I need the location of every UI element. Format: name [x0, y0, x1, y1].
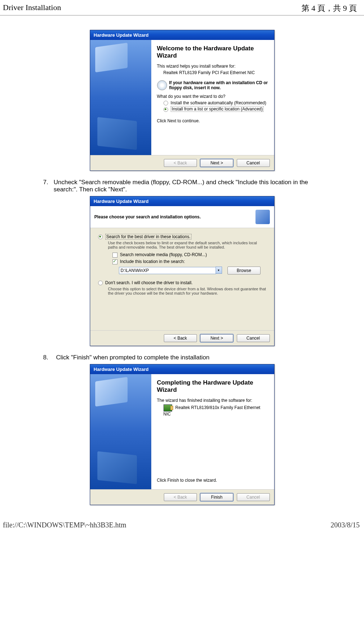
cancel-button[interactable]: Cancel: [237, 159, 270, 167]
checkbox-icon: [112, 253, 118, 258]
intro-text: The wizard has finished installing the s…: [157, 398, 268, 403]
wizard-dialog-complete: Hardware Update Wizard Completing the Ha…: [90, 364, 275, 505]
header-right: 第 4 頁，共 9 頁: [301, 3, 357, 14]
cd-instruction: If your hardware came with an installati…: [169, 80, 268, 90]
radio-label: Search for the best driver in these loca…: [105, 234, 192, 240]
footer-right: 2003/8/15: [331, 521, 360, 529]
continue-text: Click Next to continue.: [157, 118, 268, 123]
titlebar: Hardware Update Wizard: [90, 364, 274, 374]
radio-label: Install the software automatically (Reco…: [171, 100, 266, 105]
step-8: 8. Click "Finish" when prompted to compl…: [43, 354, 321, 361]
step-number: 8.: [43, 354, 56, 361]
dont-search-subtext: Choose this option to select the device …: [108, 287, 266, 295]
footer-left: file://C:\WINDOWS\TEMP\~hh3B3E.htm: [3, 521, 126, 529]
dropdown-arrow-icon[interactable]: ▾: [216, 267, 222, 274]
page-header: Driver Installation 第 4 頁，共 9 頁: [0, 0, 364, 15]
wizard-header-icon: [255, 210, 270, 224]
step-number: 7.: [43, 179, 54, 193]
next-button[interactable]: Next >: [200, 159, 233, 167]
step-7: 7. Uncheck "Search removable media (flop…: [43, 179, 321, 193]
titlebar: Hardware Update Wizard: [90, 30, 274, 40]
header-left: Driver Installation: [3, 3, 61, 14]
radio-search-locations[interactable]: Search for the best driver in these loca…: [98, 234, 266, 239]
radio-label: Don't search. I will choose the driver t…: [105, 280, 193, 285]
wizard-dialog-welcome: Hardware Update Wizard Welcome to the Ha…: [90, 30, 275, 171]
radio-icon: [98, 281, 103, 285]
wizard-sidebar-image: [90, 40, 151, 155]
continue-text: Click Finish to close the wizard.: [157, 478, 268, 483]
wizard-question: What do you want the wizard to do?: [157, 94, 268, 99]
finish-button[interactable]: Finish: [200, 493, 233, 501]
path-input[interactable]: D:\LAN\WinXP: [119, 267, 216, 274]
wizard-sidebar-image: [90, 374, 151, 489]
back-button[interactable]: < Back: [164, 334, 197, 342]
search-subtext: Use the check boxes below to limit or ex…: [108, 241, 266, 249]
network-device-icon: [163, 404, 172, 412]
radio-label: Install from a list or specific location…: [171, 106, 264, 112]
wizard-heading: Welcome to the Hardware Update Wizard: [157, 45, 268, 59]
back-button: < Back: [164, 159, 197, 167]
intro-text: This wizard helps you install software f…: [157, 64, 268, 69]
radio-dont-search[interactable]: Don't search. I will choose the driver t…: [98, 280, 266, 285]
wizard-heading: Completing the Hardware Update Wizard: [157, 379, 268, 394]
radio-icon-selected: [163, 107, 168, 112]
cancel-button[interactable]: Cancel: [237, 334, 270, 342]
page-footer: file://C:\WINDOWS\TEMP\~hh3B3E.htm 2003/…: [0, 520, 364, 529]
cd-icon: [157, 80, 167, 90]
next-button[interactable]: Next >: [200, 334, 233, 342]
step-text: Click "Finish" when prompted to complete…: [56, 354, 209, 361]
dialog-header: Please choose your search and installati…: [95, 214, 201, 219]
checkbox-label: Search removable media (floppy, CD-ROM..…: [120, 252, 207, 257]
checkbox-label: Include this location in the search:: [120, 259, 185, 264]
checkbox-include-location[interactable]: Include this location in the search:: [112, 259, 266, 264]
wizard-dialog-search-options: Hardware Update Wizard Please choose you…: [90, 196, 275, 346]
cancel-button: Cancel: [237, 493, 270, 501]
titlebar: Hardware Update Wizard: [90, 196, 274, 206]
device-name: Realtek RTL8139/810x Family Fast Etherne…: [163, 405, 261, 417]
browse-button[interactable]: Browse: [227, 267, 261, 274]
device-name: Realtek RTL8139 Family PCI Fast Ethernet…: [163, 70, 268, 75]
back-button: < Back: [164, 493, 197, 501]
checkbox-removable-media[interactable]: Search removable media (floppy, CD-ROM..…: [112, 252, 266, 258]
step-text: Uncheck "Search removable media (floppy,…: [54, 179, 321, 193]
radio-icon: [163, 101, 168, 105]
radio-advanced[interactable]: Install from a list or specific location…: [163, 106, 268, 112]
radio-auto[interactable]: Install the software automatically (Reco…: [163, 100, 268, 105]
checkbox-icon-checked: [112, 259, 118, 264]
radio-icon-selected: [98, 235, 103, 239]
